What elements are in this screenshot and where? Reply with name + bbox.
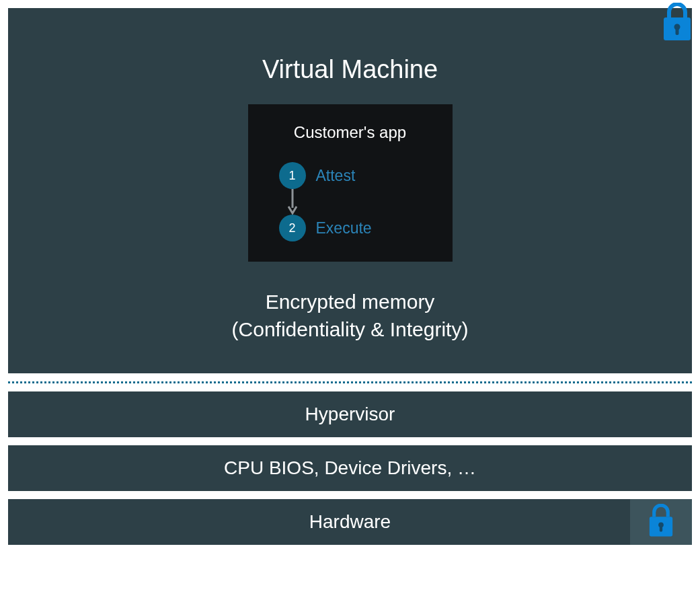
step-attest: 1 Attest [279, 162, 439, 189]
bios-drivers-layer: CPU BIOS, Device Drivers, … [8, 445, 692, 491]
step-label-attest: Attest [316, 167, 356, 185]
trust-boundary-divider [8, 381, 692, 383]
encrypted-line-2: (Confidentiality & Integrity) [22, 316, 678, 344]
arrow-down-icon [279, 189, 306, 215]
step-label-execute: Execute [316, 219, 372, 237]
customer-app-box: Customer's app 1 Attest 2 Execute [248, 104, 453, 262]
step-execute: 2 Execute [279, 215, 439, 241]
hardware-label: Hardware [309, 511, 391, 532]
lock-icon [658, 3, 696, 47]
lock-icon [645, 504, 677, 540]
step-number-2: 2 [279, 215, 306, 241]
encrypted-memory-text: Encrypted memory (Confidentiality & Inte… [22, 289, 678, 343]
svg-rect-2 [676, 28, 679, 35]
svg-rect-6 [660, 526, 662, 532]
hardware-layer: Hardware [8, 499, 692, 545]
hypervisor-layer: Hypervisor [8, 391, 692, 437]
hardware-lock-badge [630, 499, 692, 545]
step-number-1: 1 [279, 162, 306, 189]
app-title: Customer's app [262, 123, 439, 142]
virtual-machine-box: Virtual Machine Customer's app 1 Attest … [8, 8, 692, 373]
confidential-computing-diagram: Virtual Machine Customer's app 1 Attest … [8, 8, 692, 592]
bios-label: CPU BIOS, Device Drivers, … [224, 457, 476, 478]
vm-title: Virtual Machine [22, 55, 678, 84]
hypervisor-label: Hypervisor [305, 404, 395, 424]
encrypted-line-1: Encrypted memory [22, 289, 678, 316]
